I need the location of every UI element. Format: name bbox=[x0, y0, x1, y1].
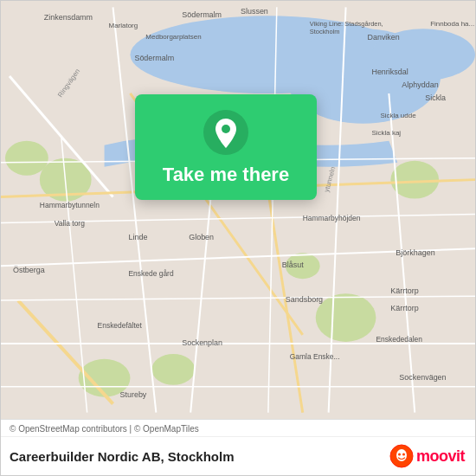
svg-text:Östberga: Östberga bbox=[13, 266, 45, 274]
svg-point-70 bbox=[402, 453, 405, 456]
svg-text:Blåsut: Blåsut bbox=[282, 261, 304, 269]
svg-point-7 bbox=[316, 293, 376, 342]
svg-point-11 bbox=[151, 354, 195, 385]
cta-card[interactable]: Take me there bbox=[135, 94, 317, 200]
app-container: Zinkensdamm Södermalm Slussen Marlatorg … bbox=[0, 0, 476, 476]
location-pin-icon bbox=[203, 110, 248, 155]
attribution-text: © OpenStreetMap contributors | © OpenMap… bbox=[1, 420, 475, 437]
moovit-logo: moovit bbox=[389, 444, 465, 468]
svg-text:Henriksdal: Henriksdal bbox=[371, 68, 408, 76]
bottom-bar: © OpenStreetMap contributors | © OpenMap… bbox=[1, 419, 475, 475]
svg-text:Björkhagen: Björkhagen bbox=[396, 248, 434, 257]
svg-text:Linde: Linde bbox=[128, 233, 147, 241]
svg-text:Zinkensdamm: Zinkensdamm bbox=[44, 13, 93, 22]
svg-point-65 bbox=[222, 125, 230, 133]
location-row: Careerbuilder Nordic AB, Stockholm moovi… bbox=[1, 437, 475, 475]
svg-point-69 bbox=[398, 453, 401, 456]
svg-text:Stureby: Stureby bbox=[119, 390, 146, 399]
map-container: Zinkensdamm Södermalm Slussen Marlatorg … bbox=[1, 1, 475, 419]
svg-text:Sockenvägen: Sockenvägen bbox=[399, 373, 446, 382]
moovit-text: moovit bbox=[416, 447, 465, 466]
svg-text:Hammarbyhöjden: Hammarbyhöjden bbox=[303, 214, 361, 222]
svg-text:Medborgarplatsen: Medborgarplatsen bbox=[145, 33, 201, 41]
svg-text:Danviken: Danviken bbox=[367, 33, 399, 42]
svg-text:Marlatorg: Marlatorg bbox=[109, 22, 138, 29]
svg-text:Globen: Globen bbox=[189, 233, 214, 241]
svg-text:Valla torg: Valla torg bbox=[55, 219, 85, 228]
svg-text:Sickla kaj: Sickla kaj bbox=[371, 129, 401, 137]
svg-text:Sandsborg: Sandsborg bbox=[286, 295, 323, 304]
svg-text:Södermalm: Södermalm bbox=[134, 54, 174, 62]
svg-text:Södermalm: Södermalm bbox=[182, 10, 222, 19]
svg-text:Sockenplan: Sockenplan bbox=[182, 338, 222, 347]
svg-text:Kärrtorp: Kärrtorp bbox=[390, 304, 418, 312]
moovit-brand-icon bbox=[389, 444, 414, 468]
svg-text:Viking Line: Stadsgården,: Viking Line: Stadsgården, bbox=[310, 20, 383, 28]
svg-text:Finnboda ha...: Finnboda ha... bbox=[430, 20, 474, 28]
svg-text:Alphyddan: Alphyddan bbox=[402, 80, 438, 89]
svg-text:Hammarbytunneln: Hammarbytunneln bbox=[40, 201, 100, 209]
svg-text:Stockholm: Stockholm bbox=[310, 28, 340, 35]
svg-text:Gamla Enske...: Gamla Enske... bbox=[290, 352, 340, 361]
svg-point-8 bbox=[390, 161, 439, 199]
svg-text:Sickla udde: Sickla udde bbox=[380, 112, 416, 119]
svg-text:Enskededalen: Enskededalen bbox=[376, 335, 422, 344]
svg-text:Sickla: Sickla bbox=[425, 93, 446, 102]
svg-point-6 bbox=[5, 141, 48, 176]
location-name: Careerbuilder Nordic AB, Stockholm bbox=[10, 449, 235, 464]
map-svg: Zinkensdamm Södermalm Slussen Marlatorg … bbox=[1, 1, 475, 419]
svg-text:Enskedefältet: Enskedefältet bbox=[98, 321, 143, 330]
svg-text:Slussen: Slussen bbox=[241, 7, 268, 16]
svg-text:Enskede gård: Enskede gård bbox=[128, 269, 173, 278]
svg-text:Kärrtorp: Kärrtorp bbox=[390, 286, 418, 295]
cta-button-label: Take me there bbox=[163, 164, 289, 186]
